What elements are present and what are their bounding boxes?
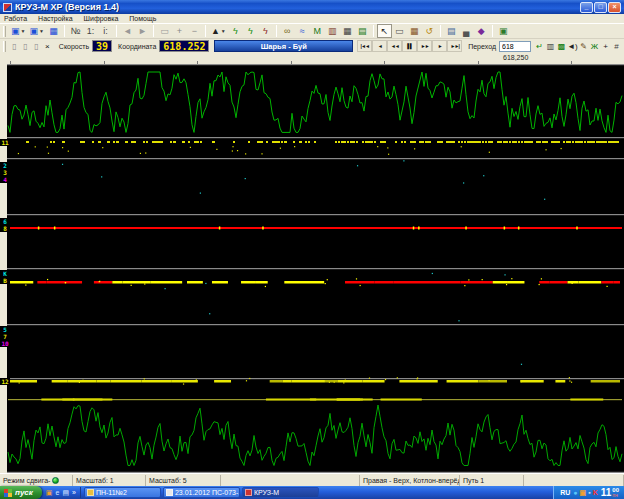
tray-app-icon[interactable]: ▣ (580, 487, 587, 498)
nav-next-button[interactable]: ► (432, 40, 447, 52)
hand-write-icon[interactable]: ✎ (578, 42, 589, 51)
print-preview-icon: ▤ (447, 24, 456, 38)
menu-item-rabota[interactable]: Работа (4, 15, 27, 22)
nav-rewind-button[interactable]: ◄◄ (387, 40, 402, 52)
add-mark-icon[interactable]: + (600, 42, 611, 51)
coordinate-ruler[interactable]: 618,250 (0, 53, 624, 64)
task-folder-label: ПН-11№2 (96, 489, 127, 496)
color-panel-button[interactable]: ▣ (496, 24, 511, 38)
route-name: Шарья - Буй (214, 40, 353, 52)
toolbar-grip[interactable] (3, 26, 6, 37)
film-strip-button[interactable]: ▦ (407, 24, 422, 38)
select-rect-icon: ▭ (395, 24, 404, 38)
toolbar-separator (276, 25, 277, 37)
nav-pause-button[interactable]: ▌▌ (402, 40, 417, 52)
status-field-spacer (221, 475, 360, 486)
tile-channels-icon: ▦ (49, 24, 58, 38)
toolbar-separator (492, 25, 493, 37)
marker-left-button[interactable]: ◄ (120, 24, 135, 38)
close-button[interactable]: × (608, 2, 621, 13)
ql-ie-icon[interactable]: e (55, 487, 59, 498)
notes-view-button[interactable]: ▤ (355, 24, 370, 38)
toolbar-grip[interactable] (3, 41, 6, 52)
task-doc-taskbar-button[interactable]: 23.01.2012 ПС-073-... (163, 487, 240, 498)
nav-prev-button[interactable]: ◄ (372, 40, 387, 52)
sound-toggle-icon[interactable]: ◄) (567, 42, 578, 51)
view-mode-2-button[interactable]: ▣▼ (27, 24, 45, 38)
zoom-out-icon: − (192, 24, 197, 38)
run-fast-button[interactable]: ϟ (228, 24, 243, 38)
tray-net-icon[interactable]: ▪ (588, 487, 590, 498)
channel-numbers-button[interactable]: № (68, 24, 83, 38)
print-button[interactable]: ▄ (459, 24, 474, 38)
channel-number: 7 (0, 333, 10, 340)
marks-green-icon[interactable]: Ж (589, 42, 600, 51)
grid-green-icon[interactable]: ▩ (556, 42, 567, 51)
select-rect-button[interactable]: ▭ (392, 24, 407, 38)
view-mode-2-dropdown-icon: ▼ (39, 24, 44, 38)
task-window-buttons: ПН-11№223.01.2012 ПС-073-...КРУЗ-М (84, 487, 319, 498)
comb-grid-icon[interactable]: # (611, 42, 622, 51)
tray-msn-icon[interactable]: ● (573, 487, 577, 498)
language-indicator[interactable]: RU (560, 489, 570, 496)
speed-label: Скорость (59, 43, 89, 50)
tray-antivirus-icon[interactable]: K (593, 487, 598, 498)
grid-view-button[interactable]: ▦ (340, 24, 355, 38)
minimize-button[interactable]: _ (580, 2, 593, 13)
run-fast-2-button[interactable]: ϟ (243, 24, 258, 38)
save-file-icon[interactable]: ▯ (31, 42, 42, 51)
menu-item-shifrovka[interactable]: Шифровка (84, 15, 119, 22)
task-kruz-taskbar-button[interactable]: КРУЗ-М (242, 487, 319, 498)
color-panel-icon: ▣ (499, 24, 508, 38)
tray-clock[interactable]: 11 00 пн (601, 487, 619, 498)
scale-marks-2-button[interactable]: i: (98, 24, 113, 38)
channel-number: 10 (0, 340, 10, 347)
ch-label-11: 11 (0, 139, 10, 146)
view-mode-1-dropdown-icon: ▼ (21, 24, 26, 38)
ql-doc-icon[interactable]: ▤ (62, 487, 69, 498)
nav-last-button[interactable]: ►►| (447, 40, 462, 52)
search-binoculars-button[interactable]: ∞ (280, 24, 295, 38)
title-bar[interactable]: КРУЗ-М ХР (Версия 1.4) _ □ × (0, 0, 624, 14)
start-label: пуск (15, 488, 33, 497)
film-view-button[interactable]: ▥ (325, 24, 340, 38)
nav-forward-button[interactable]: ►► (417, 40, 432, 52)
signal-trace-button[interactable]: ≈ (295, 24, 310, 38)
new-file-icon[interactable]: ▯ (9, 42, 20, 51)
marker-right-button[interactable]: ► (135, 24, 150, 38)
pointer-tool-dropdown-icon: ▼ (221, 24, 226, 38)
scale-marks-1-button[interactable]: 1: (83, 24, 98, 38)
print-preview-button[interactable]: ▤ (444, 24, 459, 38)
start-button[interactable]: пуск (0, 486, 42, 499)
help-book-button[interactable]: ◆ (474, 24, 489, 38)
open-file-icon[interactable]: ▯ (20, 42, 31, 51)
columns-view-icon[interactable]: ▥ (545, 42, 556, 51)
maximize-button[interactable]: □ (594, 2, 607, 13)
goto-enter-icon[interactable]: ↵ (534, 42, 545, 51)
speed-value: 39 (92, 40, 112, 52)
task-doc-label: 23.01.2012 ПС-073-... (175, 489, 240, 496)
help-book-icon: ◆ (478, 24, 485, 38)
chart-view-button[interactable]: M (310, 24, 325, 38)
ql-more-icon[interactable]: » (72, 487, 76, 498)
zoom-out-button[interactable]: − (187, 24, 202, 38)
status-text-orientation: Правая - Верх, Котлон-вперёд (363, 475, 460, 486)
nav-first-button[interactable]: |◄◄ (357, 40, 372, 52)
view-mode-1-button[interactable]: ▣▼ (9, 24, 27, 38)
task-folder-taskbar-button[interactable]: ПН-11№2 (84, 487, 161, 498)
pointer-tool-button[interactable]: ▲▼ (209, 24, 228, 38)
menu-item-nastroyka[interactable]: Настройка (38, 15, 72, 22)
menu-item-pomosch[interactable]: Помощь (129, 15, 156, 22)
tile-channels-button[interactable]: ▦ (46, 24, 61, 38)
ql-app-icon[interactable]: ▣ (46, 487, 53, 498)
cursor-arrow-button[interactable]: ↖ (377, 24, 392, 38)
coordinate-label: Координата (118, 43, 156, 50)
undo-arrow-button[interactable]: ↺ (422, 24, 437, 38)
goto-input[interactable] (499, 41, 531, 52)
zoom-in-button[interactable]: + (172, 24, 187, 38)
zoom-window-button[interactable]: ▭ (157, 24, 172, 38)
delete-mark-icon[interactable]: × (42, 42, 53, 51)
signal-plot-area[interactable]: 1123468КВ571012 (0, 64, 624, 473)
clock-hours: 11 (601, 487, 612, 498)
run-stop-button[interactable]: ϟ (258, 24, 273, 38)
